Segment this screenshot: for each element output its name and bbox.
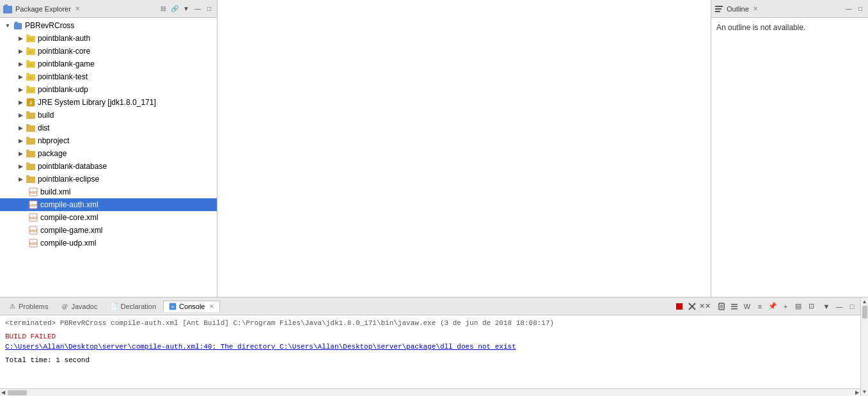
scroll-right-btn[interactable]: ▶ xyxy=(855,390,859,395)
console-maximize-btn[interactable]: □ xyxy=(846,301,858,312)
toggle-database[interactable]: ▶ xyxy=(15,161,26,171)
new-console-btn[interactable]: + xyxy=(780,301,791,312)
console-tab-close[interactable]: ✕ xyxy=(209,303,214,310)
word-wrap-btn[interactable]: W xyxy=(741,301,753,312)
folder-icon-build xyxy=(26,110,36,120)
toggle-nbproject[interactable]: ▶ xyxy=(15,136,26,146)
tab-declaration[interactable]: 📄 Declaration xyxy=(104,301,162,312)
tree-item-compile-game-xml[interactable]: ANT compile-game.xml xyxy=(0,224,217,237)
folder-icon-database xyxy=(26,161,36,171)
maximize-btn[interactable]: □ xyxy=(204,4,214,14)
outline-header: Outline ✕ — □ xyxy=(711,0,868,18)
toggle-eclipse[interactable]: ▶ xyxy=(15,174,26,184)
svg-rect-55 xyxy=(731,304,738,305)
tab-problems[interactable]: ⚠ Problems xyxy=(3,301,54,312)
toggle-build[interactable]: ▶ xyxy=(15,110,26,120)
toggle-package[interactable]: ▶ xyxy=(15,148,26,159)
editor-panel xyxy=(217,0,711,297)
toggle-udp[interactable]: ▶ xyxy=(15,84,26,95)
view-menu-btn[interactable]: ▼ xyxy=(181,4,191,14)
svg-rect-48 xyxy=(676,303,683,310)
console-scrollbar-v[interactable]: ▲ ▼ xyxy=(860,297,868,396)
package-explorer-close[interactable]: ✕ xyxy=(75,5,80,12)
svg-rect-2 xyxy=(14,23,22,29)
svg-text:ANT: ANT xyxy=(29,229,38,233)
toggle-auth[interactable]: ▶ xyxy=(15,33,26,44)
outline-maximize-btn[interactable]: □ xyxy=(855,4,865,14)
svg-rect-15 xyxy=(28,76,33,79)
toggle-dist[interactable]: ▶ xyxy=(15,123,26,133)
clear-console-btn[interactable] xyxy=(686,301,698,312)
console-terminated-line: <terminated> PBRevRCross compile-auth.xm… xyxy=(5,318,855,329)
label-udp: pointblank-udp xyxy=(38,85,88,94)
outline-message: An outline is not available. xyxy=(716,23,805,32)
package-explorer-tree: ▼ PBRevRCross ▶ xyxy=(0,18,217,297)
tab-javadoc[interactable]: @ Javadoc xyxy=(55,301,103,312)
tab-console[interactable]: > Console ✕ xyxy=(163,301,220,312)
svg-text:>: > xyxy=(171,305,174,309)
tree-item-build[interactable]: ▶ build xyxy=(0,109,217,122)
ant-icon-compile-udp: ANT xyxy=(28,238,38,248)
label-dist: dist xyxy=(38,123,50,132)
tree-item-pointblank-eclipse[interactable]: ▶ pointblank-eclipse xyxy=(0,173,217,186)
svg-rect-28 xyxy=(26,150,29,152)
tree-item-build-xml[interactable]: ANT build.xml xyxy=(0,186,217,198)
tree-item-compile-udp-xml[interactable]: ANT compile-udp.xml xyxy=(0,237,217,249)
label-game: pointblank-game xyxy=(38,59,95,68)
toggle-test[interactable]: ▶ xyxy=(15,72,26,82)
open-console-btn[interactable]: ⊡ xyxy=(805,301,817,312)
tree-item-compile-auth-xml[interactable]: ANT compile-auth.xml xyxy=(0,198,217,211)
folder-icon-nbproject xyxy=(26,136,36,146)
svg-rect-3 xyxy=(15,22,18,24)
tree-item-nbproject[interactable]: ▶ nbproject xyxy=(0,134,217,147)
scrollbar-h-thumb[interactable] xyxy=(8,390,27,395)
tree-item-jre[interactable]: ▶ J JRE System Library [jdk1.8.0_171] xyxy=(0,96,217,109)
scroll-up-btn[interactable]: ▲ xyxy=(862,299,867,305)
svg-rect-18 xyxy=(28,89,33,92)
link-editor-btn[interactable]: 🔗 xyxy=(170,4,180,14)
outline-minimize-btn[interactable]: — xyxy=(844,4,854,14)
tree-item-compile-core-xml[interactable]: ANT compile-core.xml xyxy=(0,211,217,224)
scroll-lock-btn[interactable] xyxy=(716,301,727,312)
outline-close[interactable]: ✕ xyxy=(753,5,758,12)
terminate-btn[interactable] xyxy=(674,301,685,312)
scrollbar-v-thumb[interactable] xyxy=(862,306,867,319)
console-minimize-btn[interactable]: — xyxy=(833,301,845,312)
pin-console-btn[interactable]: 📌 xyxy=(767,301,778,312)
total-time-text: Total time: 1 second xyxy=(5,356,90,364)
toggle-project[interactable]: ▼ xyxy=(3,20,13,31)
svg-text:ANT: ANT xyxy=(29,191,38,194)
display-selected-btn[interactable]: ▤ xyxy=(793,301,804,312)
package-icon-udp xyxy=(26,84,36,95)
tree-item-pointblank-auth[interactable]: ▶ pointblank-auth xyxy=(0,32,217,45)
console-view-menu-btn[interactable]: ▼ xyxy=(821,301,832,312)
svg-rect-5 xyxy=(26,35,29,37)
svg-rect-22 xyxy=(26,111,29,114)
svg-text:ANT: ANT xyxy=(29,216,38,220)
label-eclipse: pointblank-eclipse xyxy=(38,175,99,184)
remove-launch-btn[interactable]: ✕✕ xyxy=(699,301,711,312)
svg-rect-30 xyxy=(26,162,29,165)
console-error-line[interactable]: C:\Users\Allan\Desktop\server\compile-au… xyxy=(5,342,855,352)
toggle-jre[interactable]: ▶ xyxy=(15,97,26,107)
tree-item-pointblank-udp[interactable]: ▶ pointblank-udp xyxy=(0,83,217,96)
console-scrollbar-h[interactable]: ◀ ▶ xyxy=(0,388,860,396)
scroll-left-btn[interactable]: ◀ xyxy=(1,390,5,395)
tree-item-package[interactable]: ▶ package xyxy=(0,147,217,160)
tree-item-pointblank-database[interactable]: ▶ pointblank-database xyxy=(0,160,217,173)
show-selected-btn[interactable]: ≡ xyxy=(754,301,766,312)
collapse-all-btn[interactable]: ⊟ xyxy=(158,4,168,14)
scroll-down-btn[interactable]: ▼ xyxy=(862,389,867,395)
tree-item-pointblank-game[interactable]: ▶ pointblank-game xyxy=(0,58,217,70)
svg-rect-26 xyxy=(26,137,29,139)
outline-panel: Outline ✕ — □ An outline is not availabl… xyxy=(711,0,868,297)
console-tabs-header: ⚠ Problems @ Javadoc 📄 Declaration xyxy=(0,297,860,315)
tree-item-pointblank-core[interactable]: ▶ pointblank-core xyxy=(0,45,217,58)
minimize-btn[interactable]: — xyxy=(193,4,203,14)
toggle-game[interactable]: ▶ xyxy=(15,59,26,69)
tree-item-pointblank-test[interactable]: ▶ pointblank-test xyxy=(0,70,217,83)
console-options-btn[interactable] xyxy=(729,301,740,312)
tree-item-dist[interactable]: ▶ dist xyxy=(0,122,217,134)
tree-item-project[interactable]: ▼ PBRevRCross xyxy=(0,19,217,32)
toggle-core[interactable]: ▶ xyxy=(15,46,26,56)
